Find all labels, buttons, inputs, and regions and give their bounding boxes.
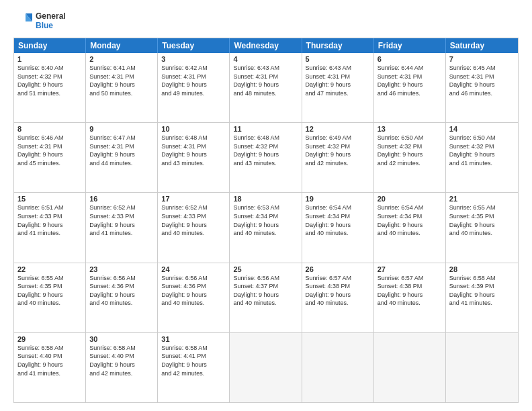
day-cell-12: 12Sunrise: 6:49 AM Sunset: 4:32 PM Dayli… bbox=[302, 123, 374, 192]
day-number: 10 bbox=[161, 125, 226, 133]
day-info: Sunrise: 6:42 AM Sunset: 4:31 PM Dayligh… bbox=[161, 64, 226, 97]
day-info: Sunrise: 6:51 AM Sunset: 4:33 PM Dayligh… bbox=[17, 203, 82, 237]
day-cell-19: 19Sunrise: 6:54 AM Sunset: 4:34 PM Dayli… bbox=[302, 193, 374, 262]
week-row-2: 8Sunrise: 6:46 AM Sunset: 4:31 PM Daylig… bbox=[14, 122, 518, 192]
day-cell-11: 11Sunrise: 6:48 AM Sunset: 4:32 PM Dayli… bbox=[230, 123, 302, 192]
day-info: Sunrise: 6:47 AM Sunset: 4:31 PM Dayligh… bbox=[89, 134, 154, 167]
day-cell-28: 28Sunrise: 6:58 AM Sunset: 4:39 PM Dayli… bbox=[446, 263, 518, 332]
day-number: 4 bbox=[233, 55, 298, 63]
day-info: Sunrise: 6:49 AM Sunset: 4:32 PM Dayligh… bbox=[306, 134, 370, 167]
day-info: Sunrise: 6:50 AM Sunset: 4:32 PM Dayligh… bbox=[449, 134, 515, 167]
day-cell-3: 3Sunrise: 6:42 AM Sunset: 4:31 PM Daylig… bbox=[158, 53, 230, 122]
day-cell-20: 20Sunrise: 6:54 AM Sunset: 4:34 PM Dayli… bbox=[374, 193, 446, 262]
header-day-thursday: Thursday bbox=[302, 38, 374, 53]
day-number: 31 bbox=[161, 335, 226, 343]
day-info: Sunrise: 6:55 AM Sunset: 4:35 PM Dayligh… bbox=[449, 203, 515, 237]
day-cell-7: 7Sunrise: 6:45 AM Sunset: 4:31 PM Daylig… bbox=[446, 53, 518, 122]
day-info: Sunrise: 6:56 AM Sunset: 4:37 PM Dayligh… bbox=[233, 274, 298, 308]
day-info: Sunrise: 6:41 AM Sunset: 4:31 PM Dayligh… bbox=[89, 64, 154, 97]
day-cell-18: 18Sunrise: 6:53 AM Sunset: 4:34 PM Dayli… bbox=[230, 193, 302, 262]
day-number: 16 bbox=[89, 195, 154, 203]
day-number: 23 bbox=[89, 265, 154, 273]
day-info: Sunrise: 6:46 AM Sunset: 4:31 PM Dayligh… bbox=[17, 134, 82, 167]
day-cell-17: 17Sunrise: 6:52 AM Sunset: 4:33 PM Dayli… bbox=[158, 193, 230, 262]
day-info: Sunrise: 6:58 AM Sunset: 4:39 PM Dayligh… bbox=[449, 274, 515, 308]
day-number: 11 bbox=[233, 125, 298, 133]
day-info: Sunrise: 6:45 AM Sunset: 4:31 PM Dayligh… bbox=[449, 64, 515, 97]
calendar-header: SundayMondayTuesdayWednesdayThursdayFrid… bbox=[14, 38, 518, 53]
day-cell-31: 31Sunrise: 6:58 AM Sunset: 4:41 PM Dayli… bbox=[158, 333, 230, 402]
day-number: 1 bbox=[17, 55, 82, 63]
day-cell-6: 6Sunrise: 6:44 AM Sunset: 4:31 PM Daylig… bbox=[374, 53, 446, 122]
day-cell-8: 8Sunrise: 6:46 AM Sunset: 4:31 PM Daylig… bbox=[14, 123, 86, 192]
day-cell-23: 23Sunrise: 6:56 AM Sunset: 4:36 PM Dayli… bbox=[86, 263, 158, 332]
logo: General Blue bbox=[13, 11, 66, 31]
day-info: Sunrise: 6:50 AM Sunset: 4:32 PM Dayligh… bbox=[378, 134, 442, 167]
day-cell-1: 1Sunrise: 6:40 AM Sunset: 4:32 PM Daylig… bbox=[14, 53, 86, 122]
day-number: 30 bbox=[89, 335, 154, 343]
day-cell-9: 9Sunrise: 6:47 AM Sunset: 4:31 PM Daylig… bbox=[86, 123, 158, 192]
empty-cell bbox=[302, 333, 374, 402]
header-day-monday: Monday bbox=[86, 38, 158, 53]
week-row-4: 22Sunrise: 6:55 AM Sunset: 4:35 PM Dayli… bbox=[14, 263, 518, 332]
logo-line2: Blue bbox=[36, 21, 66, 30]
day-cell-27: 27Sunrise: 6:57 AM Sunset: 4:38 PM Dayli… bbox=[374, 263, 446, 332]
day-cell-24: 24Sunrise: 6:56 AM Sunset: 4:36 PM Dayli… bbox=[158, 263, 230, 332]
day-number: 13 bbox=[378, 125, 442, 133]
day-number: 27 bbox=[378, 265, 442, 273]
calendar: SundayMondayTuesdayWednesdayThursdayFrid… bbox=[13, 38, 519, 403]
week-row-1: 1Sunrise: 6:40 AM Sunset: 4:32 PM Daylig… bbox=[14, 53, 518, 122]
day-number: 15 bbox=[17, 195, 82, 203]
day-cell-25: 25Sunrise: 6:56 AM Sunset: 4:37 PM Dayli… bbox=[230, 263, 302, 332]
day-number: 2 bbox=[89, 55, 154, 63]
day-info: Sunrise: 6:56 AM Sunset: 4:36 PM Dayligh… bbox=[161, 274, 226, 308]
day-info: Sunrise: 6:58 AM Sunset: 4:40 PM Dayligh… bbox=[17, 344, 82, 377]
day-cell-13: 13Sunrise: 6:50 AM Sunset: 4:32 PM Dayli… bbox=[374, 123, 446, 192]
logo-line1: General bbox=[36, 11, 66, 21]
header-day-friday: Friday bbox=[374, 38, 446, 53]
day-cell-26: 26Sunrise: 6:57 AM Sunset: 4:38 PM Dayli… bbox=[302, 263, 374, 332]
header-day-saturday: Saturday bbox=[446, 38, 518, 53]
day-info: Sunrise: 6:53 AM Sunset: 4:34 PM Dayligh… bbox=[233, 203, 298, 237]
day-number: 21 bbox=[449, 195, 515, 203]
week-row-3: 15Sunrise: 6:51 AM Sunset: 4:33 PM Dayli… bbox=[14, 192, 518, 262]
day-cell-4: 4Sunrise: 6:43 AM Sunset: 4:31 PM Daylig… bbox=[230, 53, 302, 122]
day-cell-29: 29Sunrise: 6:58 AM Sunset: 4:40 PM Dayli… bbox=[14, 333, 86, 402]
day-number: 26 bbox=[306, 265, 370, 273]
day-info: Sunrise: 6:54 AM Sunset: 4:34 PM Dayligh… bbox=[378, 203, 442, 237]
empty-cell bbox=[446, 333, 518, 402]
empty-cell bbox=[374, 333, 446, 402]
day-number: 8 bbox=[17, 125, 82, 133]
day-number: 22 bbox=[17, 265, 82, 273]
empty-cell bbox=[230, 333, 302, 402]
day-number: 25 bbox=[233, 265, 298, 273]
day-number: 3 bbox=[161, 55, 226, 63]
header: General Blue bbox=[13, 11, 519, 31]
day-info: Sunrise: 6:57 AM Sunset: 4:38 PM Dayligh… bbox=[378, 274, 442, 308]
day-number: 6 bbox=[378, 55, 442, 63]
day-cell-2: 2Sunrise: 6:41 AM Sunset: 4:31 PM Daylig… bbox=[86, 53, 158, 122]
day-info: Sunrise: 6:58 AM Sunset: 4:41 PM Dayligh… bbox=[161, 344, 226, 377]
day-cell-22: 22Sunrise: 6:55 AM Sunset: 4:35 PM Dayli… bbox=[14, 263, 86, 332]
day-info: Sunrise: 6:44 AM Sunset: 4:31 PM Dayligh… bbox=[378, 64, 442, 97]
day-info: Sunrise: 6:55 AM Sunset: 4:35 PM Dayligh… bbox=[17, 274, 82, 308]
header-day-tuesday: Tuesday bbox=[158, 38, 230, 53]
day-info: Sunrise: 6:57 AM Sunset: 4:38 PM Dayligh… bbox=[306, 274, 370, 308]
day-cell-16: 16Sunrise: 6:52 AM Sunset: 4:33 PM Dayli… bbox=[86, 193, 158, 262]
day-info: Sunrise: 6:52 AM Sunset: 4:33 PM Dayligh… bbox=[89, 203, 154, 237]
day-number: 9 bbox=[89, 125, 154, 133]
day-cell-10: 10Sunrise: 6:48 AM Sunset: 4:31 PM Dayli… bbox=[158, 123, 230, 192]
day-info: Sunrise: 6:58 AM Sunset: 4:40 PM Dayligh… bbox=[89, 344, 154, 377]
day-cell-15: 15Sunrise: 6:51 AM Sunset: 4:33 PM Dayli… bbox=[14, 193, 86, 262]
day-info: Sunrise: 6:43 AM Sunset: 4:31 PM Dayligh… bbox=[233, 64, 298, 97]
day-info: Sunrise: 6:52 AM Sunset: 4:33 PM Dayligh… bbox=[161, 203, 226, 237]
day-info: Sunrise: 6:54 AM Sunset: 4:34 PM Dayligh… bbox=[306, 203, 370, 237]
day-number: 19 bbox=[306, 195, 370, 203]
day-number: 18 bbox=[233, 195, 298, 203]
day-number: 24 bbox=[161, 265, 226, 273]
day-number: 12 bbox=[306, 125, 370, 133]
day-cell-21: 21Sunrise: 6:55 AM Sunset: 4:35 PM Dayli… bbox=[446, 193, 518, 262]
day-number: 14 bbox=[449, 125, 515, 133]
day-info: Sunrise: 6:43 AM Sunset: 4:31 PM Dayligh… bbox=[306, 64, 370, 97]
header-day-sunday: Sunday bbox=[14, 38, 86, 53]
